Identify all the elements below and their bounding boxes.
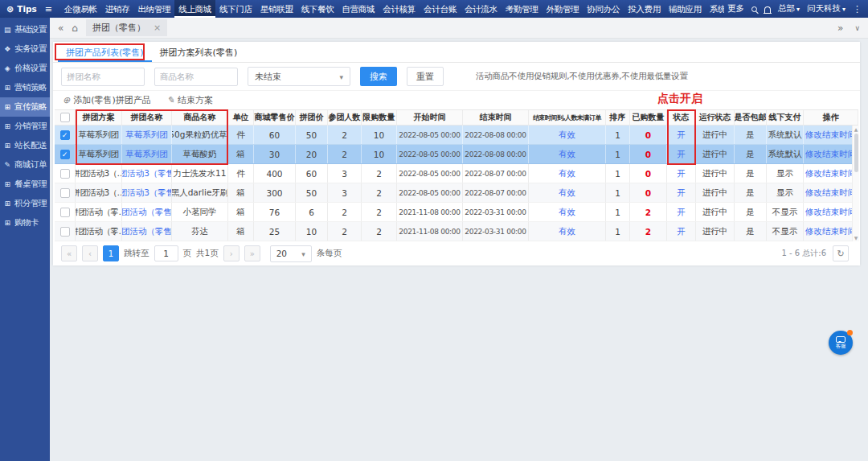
org-dropdown[interactable]: 总部 — [778, 3, 800, 14]
table-row[interactable]: 拼团活动（零…拼团活动（零售）小茗同学箱766222021-11-08 00:0… — [55, 203, 858, 222]
cell-unfilled[interactable]: 有效 — [529, 203, 606, 221]
current-page-button[interactable]: 1 — [103, 245, 119, 261]
nav-item[interactable]: 协同办公 — [583, 0, 624, 18]
group-name-input[interactable] — [61, 68, 145, 86]
cell-op[interactable]: 修改结束时间 — [804, 145, 858, 163]
page-size-select[interactable]: 20 — [270, 245, 312, 262]
cell-name[interactable]: 拼团活动（零售） — [122, 222, 172, 241]
sidebar-item[interactable]: ⊞营销策略 — [0, 78, 50, 97]
last-page-button[interactable] — [244, 245, 260, 261]
nav-item[interactable]: 会计台账 — [420, 0, 461, 18]
cell-name[interactable]: 草莓系列团 — [122, 126, 172, 144]
hamburger-icon[interactable] — [45, 4, 52, 14]
expand-tabs-icon[interactable] — [837, 23, 843, 34]
nav-item[interactable]: 投入费用 — [624, 0, 665, 18]
sidebar-item[interactable]: ◈价格设置 — [0, 59, 50, 78]
select-all-checkbox[interactable] — [60, 113, 70, 122]
sidebar-item[interactable]: ⊞积分管理 — [0, 194, 50, 213]
cell-status[interactable]: 开 — [667, 164, 696, 183]
tab-pintuan-retail[interactable]: 拼团（零售） — [86, 19, 167, 36]
cell-unfilled[interactable]: 有效 — [529, 164, 606, 183]
refresh-icon[interactable] — [833, 245, 849, 261]
more-dots-icon[interactable] — [853, 4, 862, 14]
product-name-input[interactable] — [154, 68, 238, 86]
cell-name[interactable]: 拼团活动（零售） — [122, 203, 172, 221]
nav-item[interactable]: 出纳管理 — [133, 0, 174, 18]
cell-unfilled[interactable]: 有效 — [529, 183, 606, 202]
cell-op[interactable]: 修改结束时间 — [804, 164, 858, 183]
bell-icon[interactable] — [764, 6, 771, 13]
sidebar-item[interactable]: ⊞分销管理 — [0, 117, 50, 136]
nav-item[interactable]: 线下门店 — [215, 0, 256, 18]
cell-unfilled[interactable]: 有效 — [529, 222, 606, 241]
nav-item[interactable]: 进销存 — [101, 0, 134, 18]
reset-button[interactable]: 重置 — [407, 67, 444, 86]
more-menu[interactable]: 更多 — [727, 3, 744, 14]
next-page-button[interactable] — [223, 245, 240, 261]
nav-item[interactable]: 会计核算 — [379, 0, 420, 18]
tab-group-plan-list[interactable]: 拼团方案列表(零售) — [152, 42, 246, 62]
row-checkbox[interactable] — [60, 150, 70, 159]
table-row[interactable]: 草莓系列团草莓系列团草莓酸奶箱30202102022-08-05 00:0020… — [55, 145, 858, 164]
close-tab-icon[interactable] — [154, 23, 161, 33]
first-page-button[interactable] — [61, 245, 77, 261]
table-scrollbar[interactable]: ▲ ▼ — [852, 126, 859, 241]
nav-item[interactable]: 辅助应用 — [665, 0, 706, 18]
row-checkbox[interactable] — [60, 169, 70, 179]
chevron-down-icon[interactable] — [854, 23, 860, 33]
cell-status[interactable]: 开 — [667, 183, 696, 202]
cell-name[interactable]: 草莓系列团 — [122, 145, 172, 163]
customer-service-button[interactable]: 客服 — [829, 331, 853, 355]
sidebar-item[interactable]: ⊞站长配送 — [0, 136, 50, 155]
cell-op[interactable]: 修改结束时间 — [804, 203, 858, 221]
nav-item[interactable]: 企微易帐 — [60, 0, 101, 18]
add-group-product-button[interactable]: 添加(零售)拼团产品 — [63, 94, 151, 106]
nav-item[interactable]: 会计流水 — [461, 0, 502, 18]
goto-page-input[interactable] — [154, 245, 178, 261]
cell-status[interactable]: 开 — [667, 222, 696, 241]
nav-item[interactable]: 星销联盟 — [256, 0, 297, 18]
nav-item[interactable]: 考勤管理 — [502, 0, 542, 18]
cell-name[interactable]: 拼团活动3（零售） — [122, 183, 172, 202]
table-row[interactable]: 拼团活动3（…拼团活动3（零售）力士洗发水11件40060322022-08-0… — [55, 164, 858, 183]
end-plan-button[interactable]: 结束方案 — [167, 94, 213, 106]
sidebar-item[interactable]: ▤基础设置 — [0, 20, 50, 39]
cell-status[interactable]: 开 — [667, 145, 696, 163]
sidebar-item[interactable]: ⊞餐桌管理 — [0, 175, 50, 194]
home-icon[interactable] — [72, 23, 78, 34]
nav-item[interactable]: 自营商城 — [338, 0, 379, 18]
row-checkbox[interactable] — [60, 208, 70, 217]
row-checkbox[interactable] — [60, 227, 70, 237]
sidebar-item[interactable]: ⊞宣传策略 — [0, 97, 50, 117]
scroll-up-icon[interactable]: ▲ — [854, 126, 858, 132]
cell-op[interactable]: 修改结束时间 — [804, 126, 858, 144]
status-select[interactable]: 未结束 — [248, 67, 350, 86]
table-row[interactable]: 拼团活动3（…拼团活动3（零售）黑人darlie牙刷箱30050322022-0… — [55, 183, 858, 203]
nav-item[interactable]: 系统管理 — [706, 0, 724, 18]
collapse-tabs-icon[interactable] — [58, 23, 63, 34]
sidebar-item[interactable]: ⊞购物卡 — [0, 213, 50, 233]
nav-item[interactable]: 线上商城 — [174, 0, 215, 18]
tab-group-product-list[interactable]: 拼团产品列表(零售) — [58, 42, 152, 62]
cell-op[interactable]: 修改结束时间 — [804, 222, 858, 241]
sidebar-item[interactable]: ✎商城订单 — [0, 155, 50, 175]
row-checkbox[interactable] — [60, 188, 70, 198]
table-row[interactable]: 草莓系列团草莓系列团450g果粒奶优草莓件60502102022-08-05 0… — [55, 126, 858, 145]
scroll-down-icon[interactable]: ▼ — [854, 235, 858, 241]
scroll-thumb[interactable] — [854, 134, 858, 172]
cell-unfilled[interactable]: 有效 — [529, 126, 606, 144]
nav-item[interactable]: 线下餐饮 — [297, 0, 338, 18]
company-dropdown[interactable]: 问天科技 — [807, 3, 845, 14]
cell-unfilled[interactable]: 有效 — [529, 145, 606, 163]
row-checkbox[interactable] — [60, 130, 70, 140]
cell-name[interactable]: 拼团活动3（零售） — [122, 164, 172, 183]
sidebar-item[interactable]: ❖实务设置 — [0, 39, 50, 59]
cell-status[interactable]: 开 — [667, 203, 696, 221]
prev-page-button[interactable] — [82, 245, 98, 261]
cell-op[interactable]: 修改结束时间 — [804, 183, 858, 202]
table-row[interactable]: 拼团活动（零…拼团活动（零售）芬达箱2510222021-11-08 00:00… — [55, 222, 858, 241]
cell-status[interactable]: 开 — [667, 126, 696, 144]
search-button[interactable]: 搜索 — [360, 67, 397, 86]
search-icon[interactable] — [751, 6, 757, 12]
nav-item[interactable]: 外勤管理 — [542, 0, 583, 18]
